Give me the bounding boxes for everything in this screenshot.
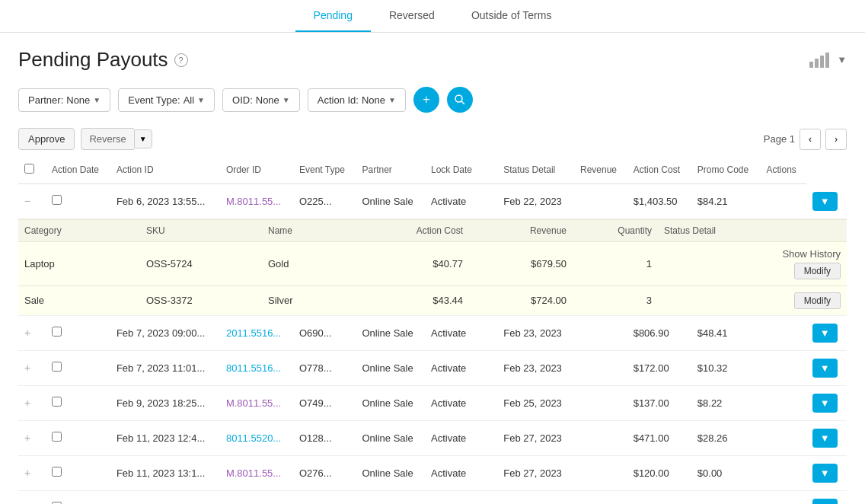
header-event-type: Event Type: [293, 156, 356, 184]
tab-outside-of-terms[interactable]: Outside of Terms: [453, 0, 570, 32]
sub-quantity: 3: [573, 289, 658, 312]
header-actions: Actions: [761, 156, 806, 184]
event-type-chevron-icon: ▼: [197, 96, 205, 104]
expand-col: +: [18, 350, 46, 385]
partner-filter[interactable]: Partner: None ▼: [18, 88, 110, 112]
chart-icon[interactable]: [809, 53, 829, 68]
row-action-id[interactable]: 2011.5516...: [220, 315, 293, 350]
row-action-id[interactable]: M.8011.55...: [220, 385, 293, 420]
row-action-id[interactable]: 8011.5520...: [220, 420, 293, 455]
table-body: − Feb 6, 2023 13:55... M.8011.55... O225…: [18, 184, 847, 505]
search-button[interactable]: [447, 87, 473, 113]
chart-chevron-icon[interactable]: ▼: [837, 54, 847, 65]
header-order-id: Order ID: [220, 156, 293, 184]
expand-button[interactable]: +: [24, 467, 30, 479]
expand-button[interactable]: +: [24, 397, 30, 409]
sub-sku: OSS-3372: [140, 289, 262, 312]
sub-header-actions: [761, 220, 847, 241]
row-action-dropdown[interactable]: ▼: [812, 394, 838, 413]
row-action-dropdown[interactable]: ▼: [812, 464, 838, 483]
sub-actions: Show History Modify: [761, 242, 847, 285]
row-action-dropdown[interactable]: ▼: [812, 324, 838, 343]
prev-page-button[interactable]: ‹: [800, 129, 821, 150]
sub-data-row: Sale OSS-3372 Silver $43.44 $724.00 3 Mo…: [18, 285, 847, 315]
row-partner: Activate: [425, 184, 497, 219]
header-action-cost: Action Cost: [627, 156, 691, 184]
tab-pending[interactable]: Pending: [295, 0, 371, 32]
row-action-dropdown[interactable]: ▼: [812, 499, 838, 505]
add-filter-button[interactable]: +: [413, 87, 439, 113]
expand-button[interactable]: +: [24, 432, 30, 444]
row-checkbox[interactable]: [52, 467, 62, 477]
row-action-id[interactable]: 8011.5516...: [220, 350, 293, 385]
expand-col: −: [18, 184, 46, 219]
row-checkbox[interactable]: [52, 327, 62, 337]
table-row: + Feb 11, 2023 13:1... M.8011.55... O276…: [18, 455, 847, 490]
expand-col: +: [18, 490, 46, 504]
row-action-id[interactable]: M.8011.55...: [220, 455, 293, 490]
action-id-chevron-icon: ▼: [388, 96, 396, 104]
page-header: Pending Payouts ? ▼: [0, 33, 865, 81]
header-promo-code: Promo Code: [691, 156, 761, 184]
expand-col: +: [18, 315, 46, 350]
sub-name: Silver: [262, 289, 365, 312]
modify-button-2[interactable]: Modify: [794, 292, 841, 309]
expand-button[interactable]: +: [24, 327, 30, 339]
reverse-button[interactable]: Reverse: [81, 128, 133, 150]
row-revenue: $1,403.50: [627, 184, 691, 219]
row-action-id[interactable]: M.8011.55...: [220, 184, 293, 219]
expand-col: +: [18, 420, 46, 455]
sub-status-detail: [658, 257, 761, 270]
sub-action-cost: $43.44: [365, 289, 469, 312]
row-order-id: O225...: [293, 184, 356, 219]
row-order-id: O690...: [293, 315, 356, 350]
row-action-dropdown[interactable]: ▼: [812, 429, 838, 448]
action-id-value: None: [362, 94, 385, 106]
table-row: − Feb 6, 2023 13:55... M.8011.55... O225…: [18, 184, 847, 219]
reverse-dropdown-button[interactable]: ▼: [134, 129, 152, 148]
action-id-label: Action Id:: [318, 94, 359, 106]
table-header: Action Date Action ID Order ID Event Typ…: [18, 156, 847, 184]
expand-button[interactable]: +: [24, 362, 30, 374]
event-type-filter[interactable]: Event Type: All ▼: [118, 88, 215, 112]
row-checkbox[interactable]: [52, 362, 62, 372]
sub-header-action-cost: Action Cost: [365, 220, 469, 241]
search-icon: [454, 94, 466, 106]
row-checkbox[interactable]: [52, 397, 62, 407]
action-bar-left: Approve Reverse ▼: [18, 128, 152, 150]
next-page-button[interactable]: ›: [825, 129, 847, 150]
tab-reversed[interactable]: Reversed: [371, 0, 453, 32]
row-checkbox[interactable]: [52, 432, 62, 442]
help-icon[interactable]: ?: [174, 53, 188, 67]
sub-revenue: $724.00: [469, 289, 573, 312]
sub-status-detail: [658, 295, 761, 307]
row-action-cost: $84.21: [691, 184, 761, 219]
row-action-dropdown[interactable]: ▼: [812, 192, 838, 211]
modify-button-1[interactable]: Modify: [794, 263, 841, 279]
row-action-id[interactable]: 8011.5523...: [220, 490, 293, 504]
reverse-button-group: Reverse ▼: [81, 128, 152, 150]
svg-point-0: [455, 95, 462, 102]
row-actions: ▼: [806, 184, 847, 219]
oid-label: OID:: [232, 94, 253, 106]
sub-data-row: Laptop OSS-5724 Gold $40.77 $679.50 1 Sh…: [18, 241, 847, 285]
header-action-id: Action ID: [110, 156, 220, 184]
header-checkbox-col: [18, 156, 46, 184]
expand-col: +: [18, 385, 46, 420]
partner-label: Partner:: [28, 94, 63, 106]
collapse-button[interactable]: −: [24, 195, 30, 207]
select-all-checkbox[interactable]: [24, 164, 34, 174]
row-lock-date: Feb 22, 2023: [497, 184, 574, 219]
sub-revenue: $679.50: [469, 252, 573, 276]
sub-header-status-detail: Status Detail: [658, 220, 761, 241]
approve-button[interactable]: Approve: [18, 128, 75, 150]
row-action-dropdown[interactable]: ▼: [812, 359, 838, 378]
show-history-button[interactable]: Show History: [782, 248, 841, 260]
oid-filter[interactable]: OID: None ▼: [222, 88, 300, 112]
table-row: + Feb 9, 2023 18:25... M.8011.55... O749…: [18, 385, 847, 420]
row-checkbox-col: [46, 184, 110, 219]
expand-col: +: [18, 455, 46, 490]
action-id-filter[interactable]: Action Id: None ▼: [308, 88, 406, 112]
header-action-date: Action Date: [46, 156, 110, 184]
row-checkbox[interactable]: [52, 195, 62, 205]
